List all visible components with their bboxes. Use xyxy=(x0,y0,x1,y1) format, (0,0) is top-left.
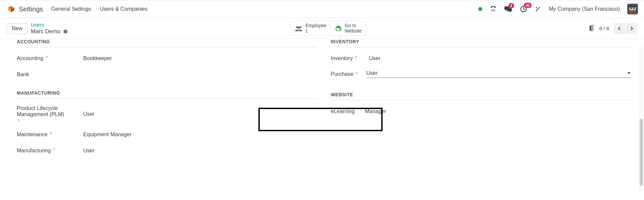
svg-rect-7 xyxy=(493,11,494,11)
menu-general-settings[interactable]: General Settings xyxy=(51,6,91,12)
help-icon[interactable]: ? xyxy=(355,55,357,59)
gear-icon[interactable] xyxy=(62,29,68,34)
section-title-inventory: INVENTORY xyxy=(331,39,631,47)
pager-next-button[interactable] xyxy=(626,23,637,34)
page-counter[interactable]: 6 / 8 xyxy=(599,26,609,31)
stat-employee-line1: Employee xyxy=(305,23,326,28)
globe-icon xyxy=(335,25,342,32)
field-inventory[interactable]: Inventory? User xyxy=(331,54,631,63)
tools-icon[interactable] xyxy=(535,6,541,12)
svg-rect-5 xyxy=(494,9,495,10)
employees-icon xyxy=(295,25,303,32)
section-title-accounting: ACCOUNTING xyxy=(17,39,317,47)
field-accounting[interactable]: Accounting? Bookkeeper xyxy=(17,54,317,63)
svg-point-18 xyxy=(298,27,300,29)
stat-employee[interactable]: Employee 1 xyxy=(291,21,331,36)
field-value-accounting[interactable]: Bookkeeper xyxy=(83,55,317,61)
section-manufacturing: MANUFACTURING Product Lifecycle Manageme… xyxy=(17,90,317,155)
field-elearning[interactable]: eLearning Manager xyxy=(331,107,631,116)
section-accounting: ACCOUNTING Accounting? Bookkeeper Bank xyxy=(17,39,317,79)
new-button[interactable]: New xyxy=(7,23,28,34)
field-label-inventory: Inventory xyxy=(331,55,353,61)
field-maintenance[interactable]: Maintenance? Equipment Manager xyxy=(17,130,317,139)
app-logo-icon[interactable] xyxy=(7,5,15,13)
field-value-elearning[interactable]: Manager xyxy=(365,108,631,114)
field-purchase[interactable]: Purchase? User xyxy=(331,70,631,78)
svg-rect-4 xyxy=(493,9,494,10)
voip-icon[interactable] xyxy=(490,6,497,12)
topbar: Settings General Settings Users & Compan… xyxy=(0,0,644,18)
svg-rect-8 xyxy=(494,11,495,11)
svg-rect-3 xyxy=(492,9,492,10)
field-value-plm[interactable]: User xyxy=(83,111,317,117)
svg-rect-14 xyxy=(633,8,635,9)
field-label-accounting: Accounting xyxy=(17,55,43,61)
field-label-plm: Product Lifecycle Management (PLM) xyxy=(17,105,81,117)
help-icon[interactable]: ? xyxy=(355,71,357,75)
help-icon[interactable]: ? xyxy=(17,119,19,123)
bookmark-icon[interactable] xyxy=(589,25,595,32)
help-icon[interactable]: ? xyxy=(53,148,55,152)
field-label-elearning: eLearning xyxy=(331,108,355,114)
svg-rect-6 xyxy=(492,11,492,11)
help-icon[interactable]: ? xyxy=(50,132,52,136)
stat-buttons: Employee 1 Go to Website xyxy=(290,21,366,36)
activities-icon[interactable]: 42 xyxy=(520,5,527,13)
field-plm[interactable]: Product Lifecycle Management (PLM)? User xyxy=(17,105,317,123)
help-icon[interactable]: ? xyxy=(45,55,47,59)
messages-icon[interactable]: 2 xyxy=(504,6,512,12)
chevron-down-icon xyxy=(627,72,631,74)
field-manufacturing[interactable]: Manufacturing? User xyxy=(17,146,317,155)
user-avatar[interactable] xyxy=(627,4,638,14)
messages-badge: 2 xyxy=(508,3,514,8)
breadcrumb-parent-link[interactable]: Users xyxy=(31,21,68,28)
field-label-bank: Bank xyxy=(17,71,29,78)
field-value-purchase: User xyxy=(366,70,628,76)
app-title[interactable]: Settings xyxy=(19,5,43,13)
purchase-select[interactable]: User xyxy=(366,70,631,78)
field-label-purchase: Purchase xyxy=(331,71,354,77)
form-content: ACCOUNTING Accounting? Bookkeeper Bank M… xyxy=(0,39,644,177)
menu-users-companies[interactable]: Users & Companies xyxy=(100,6,147,12)
breadcrumb-current: Marc Demo xyxy=(31,28,60,35)
section-title-website: WEBSITE xyxy=(331,92,631,100)
control-bar: New Users Marc Demo Employee 1 xyxy=(0,18,644,39)
scrollbar-thumb[interactable] xyxy=(640,119,643,186)
section-website: WEBSITE eLearning Manager xyxy=(331,92,631,116)
field-bank[interactable]: Bank xyxy=(17,70,317,79)
stat-employee-line2: 1 xyxy=(305,29,326,34)
section-title-manufacturing: MANUFACTURING xyxy=(17,90,317,99)
company-switcher[interactable]: My Company (San Francisco) xyxy=(549,6,620,12)
breadcrumb: Users Marc Demo xyxy=(31,21,68,36)
field-label-manufacturing: Manufacturing xyxy=(17,148,51,154)
pager-prev-button[interactable] xyxy=(614,23,625,34)
svg-rect-12 xyxy=(629,6,636,7)
stat-goto-line1: Go to xyxy=(345,23,361,28)
section-inventory: INVENTORY Inventory? User Purchase? User xyxy=(331,39,631,78)
topbar-right: 2 42 My Company (San Francisco) xyxy=(478,4,638,14)
field-value-manufacturing[interactable]: User xyxy=(83,148,317,154)
svg-rect-15 xyxy=(629,11,637,14)
connection-status-icon xyxy=(478,7,482,11)
field-value-inventory[interactable]: User xyxy=(369,55,631,61)
stat-goto-line2: Website xyxy=(345,29,361,34)
stat-goto-website[interactable]: Go to Website xyxy=(331,21,365,36)
svg-rect-13 xyxy=(631,8,632,9)
scrollbar-track[interactable] xyxy=(639,44,643,192)
field-label-maintenance: Maintenance xyxy=(17,132,48,138)
activities-badge: 42 xyxy=(524,3,531,8)
field-value-maintenance[interactable]: Equipment Manager xyxy=(83,132,317,138)
